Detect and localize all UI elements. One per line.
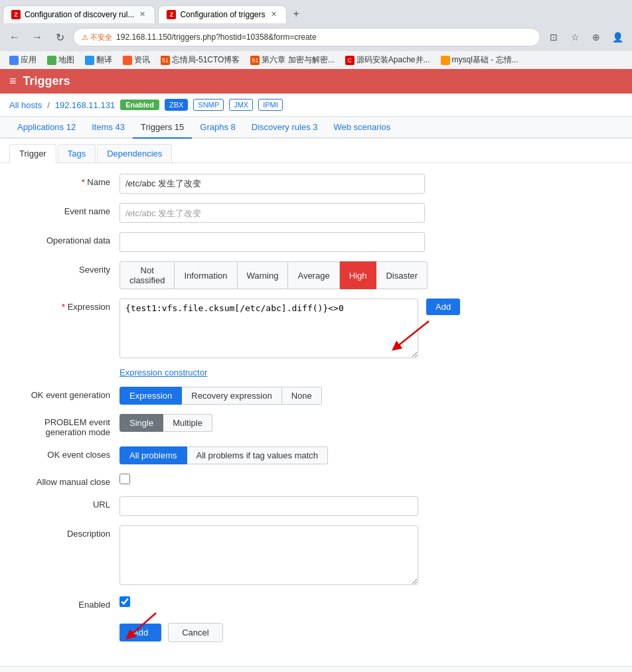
bookmark-51cto-label: 忘情局-51CTO博客	[172, 54, 240, 66]
ok-event-closes-row: OK event closes All problems All problem…	[13, 446, 619, 464]
bookmark-translate-label: 翻译	[96, 54, 112, 66]
ok-event-gen-row: OK event generation Expression Recovery …	[13, 387, 619, 405]
encrypt-icon: 51	[250, 56, 260, 65]
name-input[interactable]	[119, 174, 425, 194]
breadcrumb-sep: /	[47, 100, 50, 110]
ok-event-none[interactable]: None	[282, 387, 322, 405]
description-textarea[interactable]	[119, 525, 418, 585]
screenshot-icon[interactable]: ⊡	[544, 28, 563, 46]
tab-1[interactable]: Z Configuration of discovery rul... ✕	[3, 5, 155, 23]
sev-warning[interactable]: Warning	[238, 261, 289, 289]
status-badge: Enabled	[120, 100, 159, 110]
submit-add-button[interactable]: Add	[119, 624, 161, 641]
sev-disaster[interactable]: Disaster	[376, 261, 428, 289]
bookmark-51cto[interactable]: 51 忘情局-51CTO博客	[157, 53, 244, 67]
bookmark-apps-label: 应用	[21, 54, 37, 66]
cancel-button[interactable]: Cancel	[168, 623, 222, 642]
ok-event-recovery[interactable]: Recovery expression	[182, 387, 281, 405]
tab2-close[interactable]: ✕	[270, 10, 278, 19]
problem-event-single[interactable]: Single	[119, 414, 163, 432]
description-control	[119, 525, 425, 587]
page-content: ≡ Triggers All hosts / 192.168.11.131 En…	[0, 69, 632, 672]
ok-event-gen-group: Expression Recovery expression None	[119, 387, 425, 405]
protocol-ipmi[interactable]: IPMI	[258, 99, 283, 111]
tab-web-scenarios[interactable]: Web scenarios	[326, 117, 399, 139]
ok-event-closes-group: All problems All problems if tag values …	[119, 446, 425, 464]
enabled-checkbox[interactable]	[119, 596, 130, 607]
ok-event-closes-tag[interactable]: All problems if tag values match	[187, 446, 329, 464]
tab-triggers[interactable]: Triggers 15	[133, 117, 192, 139]
form-tab-tags[interactable]: Tags	[58, 144, 96, 163]
expression-row: * Expression {test1:vfs.file.cksum[/etc/…	[13, 299, 619, 358]
bookmark-translate[interactable]: 翻译	[81, 53, 116, 67]
problem-event-row: PROBLEM event generation mode Single Mul…	[13, 414, 619, 437]
apps-icon	[9, 56, 19, 65]
event-name-input[interactable]	[119, 203, 425, 223]
operational-data-control	[119, 232, 425, 252]
url-bar[interactable]: ⚠ 不安全 192.168.11.150/triggers.php?hostid…	[73, 28, 540, 46]
protocol-zbx[interactable]: ZBX	[165, 99, 188, 111]
tab-discovery-rules[interactable]: Discovery rules 3	[244, 117, 326, 139]
new-tab-button[interactable]: +	[287, 4, 306, 24]
zabbix-header: ≡ Triggers	[0, 69, 632, 94]
bookmark-icon[interactable]: ☆	[566, 28, 584, 46]
bookmark-news-label: 资讯	[134, 54, 150, 66]
sev-high[interactable]: High	[340, 261, 377, 289]
tab1-favicon: Z	[11, 10, 21, 19]
ok-event-closes-all[interactable]: All problems	[119, 446, 187, 464]
host-name[interactable]: 192.168.11.131	[55, 100, 115, 110]
bookmark-maps[interactable]: 地图	[43, 53, 78, 67]
address-bar: ← → ↻ ⚠ 不安全 192.168.11.150/triggers.php?…	[0, 24, 632, 50]
ok-event-expression[interactable]: Expression	[119, 387, 182, 405]
bookmarks-bar: 应用 地图 翻译 资讯 51 忘情局-51CTO博客 51 第六章 加密与解密.…	[0, 50, 632, 69]
forward-button[interactable]: →	[28, 28, 46, 46]
enabled-control	[119, 596, 425, 607]
bookmark-apache[interactable]: C 源码安装Apache并...	[341, 53, 434, 67]
name-label: * Name	[13, 174, 119, 187]
protocol-jmx[interactable]: JMX	[229, 99, 253, 111]
problem-event-multiple[interactable]: Multiple	[163, 414, 212, 432]
tab-graphs[interactable]: Graphs 8	[192, 117, 243, 139]
name-row: * Name	[13, 174, 619, 194]
tab-applications[interactable]: Applications 12	[9, 117, 84, 139]
tab2-favicon: Z	[167, 10, 176, 19]
security-warning: ⚠ 不安全	[82, 33, 112, 42]
tab2-title: Configuration of triggers	[180, 10, 265, 19]
bookmark-encrypt[interactable]: 51 第六章 加密与解密...	[246, 53, 338, 67]
refresh-button[interactable]: ↻	[50, 28, 69, 46]
maps-icon	[47, 56, 56, 65]
tab1-close[interactable]: ✕	[138, 10, 147, 19]
back-button[interactable]: ←	[5, 28, 24, 46]
add-expression-button[interactable]: Add	[426, 299, 460, 315]
bookmark-apps[interactable]: 应用	[5, 53, 40, 67]
hamburger-menu[interactable]: ≡	[9, 74, 17, 88]
form-tab-dependencies[interactable]: Dependencies	[97, 144, 172, 163]
bookmark-news[interactable]: 资讯	[119, 53, 154, 67]
url-input[interactable]	[119, 496, 418, 516]
problem-event-control: Single Multiple	[119, 414, 425, 432]
tab-2[interactable]: Z Configuration of triggers ✕	[158, 5, 286, 23]
expression-constructor-link[interactable]: Expression constructor	[119, 368, 619, 377]
protocol-snmp[interactable]: SNMP	[193, 99, 224, 111]
expression-textarea[interactable]: {test1:vfs.file.cksum[/etc/abc].diff()}<…	[119, 299, 418, 358]
tab-items[interactable]: Items 43	[84, 117, 133, 139]
problem-event-group: Single Multiple	[119, 414, 425, 432]
news-icon	[123, 56, 132, 65]
51cto-icon: 51	[161, 56, 170, 65]
sev-information[interactable]: Information	[175, 261, 237, 289]
operational-data-input[interactable]	[119, 232, 425, 252]
host-info-bar: All hosts / 192.168.11.131 Enabled ZBX S…	[0, 94, 632, 117]
operational-data-label: Operational data	[13, 232, 119, 245]
sev-average[interactable]: Average	[288, 261, 339, 289]
profile-icon[interactable]: 👤	[608, 28, 627, 46]
all-hosts-link[interactable]: All hosts	[9, 100, 42, 110]
extensions-icon[interactable]: ⊕	[587, 28, 605, 46]
bookmark-apache-label: 源码安装Apache并...	[356, 54, 430, 66]
sev-not-classified[interactable]: Not classified	[119, 261, 175, 289]
bookmark-mysql[interactable]: mysql基础 - 忘情...	[437, 53, 522, 67]
allow-manual-close-checkbox[interactable]	[119, 474, 130, 484]
browser-chrome: Z Configuration of discovery rul... ✕ Z …	[0, 0, 632, 69]
description-label: Description	[13, 525, 119, 539]
page-footer: Zabbix 5.2.0. © 2001–2020, Zabbix SIA	[0, 666, 632, 672]
form-tab-trigger[interactable]: Trigger	[9, 144, 56, 163]
